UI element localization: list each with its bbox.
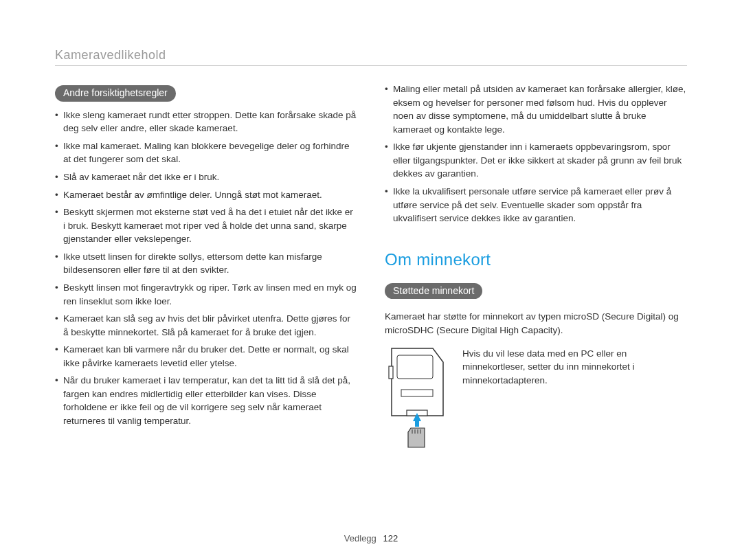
memory-section-title: Om minnekort xyxy=(385,250,687,269)
list-item: Ikke la ukvalifisert personale utføre se… xyxy=(385,185,687,225)
list-item: Maling eller metall på utsiden av kamera… xyxy=(385,82,687,136)
list-item: Ikke før ukjente gjenstander inn i kamer… xyxy=(385,140,687,181)
adapter-note: Hvis du vil lese data med en PC eller en… xyxy=(462,347,687,388)
section-header: Kameravedlikehold xyxy=(55,48,687,63)
list-item: Ikke utsett linsen for direkte sollys, e… xyxy=(55,250,357,277)
list-item: Beskytt linsen mot fingeravtrykk og ripe… xyxy=(55,281,357,308)
list-item: Kameraet kan slå seg av hvis det blir på… xyxy=(55,312,357,339)
supported-cards-intro: Kameraet har støtte for minnekort av typ… xyxy=(385,310,687,337)
two-column-layout: Andre forsiktighetsregler Ikke sleng kam… xyxy=(55,82,687,453)
list-item: Når du bruker kameraet i lav temperatur,… xyxy=(55,374,357,427)
list-item: Slå av kameraet når det ikke er i bruk. xyxy=(55,170,357,184)
precautions-list-continued: Maling eller metall på utsiden av kamera… xyxy=(385,82,687,225)
list-item: Beskytt skjermen mot eksterne støt ved å… xyxy=(55,205,357,246)
left-column: Andre forsiktighetsregler Ikke sleng kam… xyxy=(55,82,357,453)
list-item: Kameraet består av ømfintlige deler. Unn… xyxy=(55,188,357,202)
header-rule xyxy=(55,65,687,66)
supported-cards-pill: Støttede minnekort xyxy=(385,283,482,300)
footer-label: Vedlegg xyxy=(344,533,376,544)
list-item: Kameraet kan bli varmere når du bruker d… xyxy=(55,343,357,370)
right-column: Maling eller metall på utsiden av kamera… xyxy=(385,82,687,453)
precautions-pill: Andre forsiktighetsregler xyxy=(55,85,176,102)
precautions-list: Ikke sleng kameraet rundt etter stroppen… xyxy=(55,109,357,428)
footer-page-number: 122 xyxy=(383,533,398,544)
adapter-figure-row: Hvis du vil lese data med en PC eller en… xyxy=(385,347,687,453)
svg-rect-0 xyxy=(389,366,393,379)
list-item: Ikke mal kameraet. Maling kan blokkere b… xyxy=(55,139,357,166)
svg-rect-1 xyxy=(397,355,433,379)
svg-rect-2 xyxy=(401,390,433,396)
page-footer: Vedlegg 122 xyxy=(0,533,742,544)
sd-adapter-icon xyxy=(385,347,450,453)
list-item: Ikke sleng kameraet rundt etter stroppen… xyxy=(55,109,357,135)
manual-page: Kameravedlikehold Andre forsiktighetsreg… xyxy=(0,0,742,560)
